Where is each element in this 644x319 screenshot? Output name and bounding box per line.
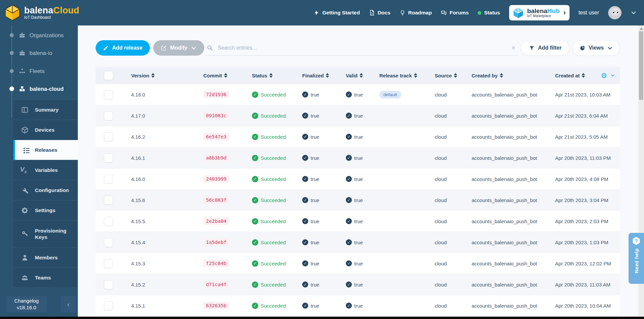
table-settings-gear-icon[interactable]: ⚙ (601, 72, 607, 79)
sidebar-item-devices[interactable]: Devices (13, 120, 78, 140)
commit-hash-link[interactable]: 2e2ba04 (203, 217, 229, 225)
true-check-icon: ✓ (346, 239, 352, 245)
column-header-commit[interactable]: Commit (198, 73, 247, 78)
row-checkbox[interactable] (104, 111, 113, 120)
commit-hash-link[interactable]: 72d1936 (203, 91, 229, 98)
scrollbar-thumb[interactable] (639, 31, 643, 100)
add-filter-button[interactable]: Add filter (521, 40, 570, 56)
commit-hash-link[interactable]: 2403999 (203, 175, 229, 183)
commit-hash-link[interactable]: 632635b (203, 302, 229, 309)
sidebar-item-provisioning-keys[interactable]: Provisioning Keys (13, 220, 78, 248)
release-track-cell: default (374, 91, 429, 99)
status-cell: ✓Succeeded (247, 197, 297, 203)
clear-search-icon[interactable]: × (511, 44, 516, 52)
commit-hash-link[interactable]: a8b3b9d (203, 154, 229, 162)
row-checkbox[interactable] (104, 238, 113, 247)
logo-subtitle: IoT Dashboard (24, 15, 79, 20)
commit-hash-link[interactable]: f25c84b (203, 260, 229, 267)
add-release-button[interactable]: Add release (96, 40, 150, 56)
nav-getting-started[interactable]: Getting Started (314, 10, 360, 16)
created-by-cell: accounts_balenaio_push_bot (466, 155, 545, 161)
row-checkbox[interactable] (104, 259, 113, 268)
need-help-tab[interactable]: ? Need help (629, 233, 644, 284)
table-row[interactable]: 4.16.0 2403999 ✓Succeeded ✓true ✓true cl… (96, 168, 620, 189)
column-header-source[interactable]: Source (429, 73, 466, 78)
sidebar-item-members[interactable]: Members (13, 248, 78, 268)
top-navbar: balenaCloud IoT Dashboard Getting Starte… (0, 0, 644, 25)
true-check-icon: ✓ (302, 218, 308, 224)
created-by-cell: accounts_balenaio_push_bot (466, 134, 545, 140)
people-icon (21, 274, 29, 281)
nav-docs[interactable]: Docs (369, 10, 390, 16)
row-checkbox[interactable] (104, 280, 113, 289)
column-header-created-at[interactable]: Created at (545, 73, 585, 78)
sidebar-item-releases[interactable]: Releases (13, 140, 78, 160)
table-row[interactable]: 4.15.1 632635b ✓Succeeded ✓true ✓true cl… (96, 295, 620, 316)
column-header-version[interactable]: Version (126, 73, 198, 78)
sidebar-item-configuration[interactable]: Configuration (13, 180, 78, 200)
source-cell: cloud (429, 261, 466, 266)
select-all-checkbox[interactable] (104, 71, 113, 80)
commit-hash-link[interactable]: 091083c (203, 112, 229, 119)
source-cell: cloud (429, 134, 466, 140)
row-checkbox[interactable] (104, 90, 113, 99)
table-row[interactable]: 4.15.2 d71ca4f ✓Succeeded ✓true ✓true cl… (96, 274, 620, 295)
sidebar-item-fleets[interactable]: Fleets (0, 65, 78, 77)
table-row[interactable]: 4.15.5 2e2ba04 ✓Succeeded ✓true ✓true cl… (96, 210, 620, 232)
table-row[interactable]: 4.15.6 56c883f ✓Succeeded ✓true ✓true cl… (96, 189, 620, 210)
user-name[interactable]: test user (579, 10, 599, 16)
column-header-valid[interactable]: Valid (340, 73, 374, 78)
commit-hash-link[interactable]: 1a5debf (203, 239, 229, 246)
valid-cell: ✓true (340, 91, 374, 98)
sidebar-item-summary[interactable]: Summary (13, 100, 78, 120)
scroll-up-arrow[interactable] (640, 27, 643, 30)
row-checkbox[interactable] (104, 132, 113, 141)
gear-icon (21, 207, 29, 214)
search-input[interactable] (218, 45, 493, 51)
sidebar-item-settings[interactable]: Settings (13, 200, 78, 220)
sidebar-item-variables[interactable]: Vx Variables (13, 160, 78, 180)
sidebar-item-balena-io[interactable]: balena-io (0, 47, 78, 59)
changelog-button[interactable]: Changelog v18.16.0 (6, 296, 47, 312)
balena-cloud-logo[interactable]: balenaCloud IoT Dashboard (5, 5, 79, 21)
table-row[interactable]: 4.16.1 a8b3b9d ✓Succeeded ✓true ✓true cl… (96, 147, 620, 168)
true-check-icon: ✓ (302, 176, 308, 182)
status-cell: ✓Succeeded (247, 134, 297, 140)
row-checkbox[interactable] (104, 217, 113, 226)
sidebar-item-balena-cloud[interactable]: balena-cloud (0, 83, 78, 94)
table-row[interactable]: 4.18.0 72d1936 ✓Succeeded ✓true ✓true de… (96, 84, 620, 105)
column-header-status[interactable]: Status (247, 73, 297, 78)
row-checkbox[interactable] (104, 175, 113, 184)
sidebar-item-teams[interactable]: Teams (13, 268, 78, 288)
sidebar-item-organizations[interactable]: Organizations (0, 29, 78, 41)
commit-hash-link[interactable]: 56c883f (203, 196, 229, 204)
row-checkbox[interactable] (104, 301, 113, 310)
column-header-release-track[interactable]: Release track (374, 73, 429, 78)
user-avatar[interactable] (608, 6, 622, 19)
commit-hash-link[interactable]: d71ca4f (203, 281, 229, 288)
sidebar-collapse-button[interactable]: ‹ (61, 296, 76, 312)
status-cell: ✓Succeeded (247, 155, 297, 161)
true-check-icon: ✓ (302, 134, 308, 140)
row-checkbox[interactable] (104, 153, 113, 163)
row-checkbox[interactable] (104, 196, 113, 205)
column-header-finalized[interactable]: Finalized (297, 73, 340, 78)
table-row[interactable]: 4.16.2 6e547e3 ✓Succeeded ✓true ✓true cl… (96, 126, 620, 147)
created-at-cell: Apr 21st 2023, 10:03 AM (545, 92, 620, 98)
modify-button[interactable]: Modify (153, 40, 204, 56)
table-row[interactable]: 4.15.4 1a5debf ✓Succeeded ✓true ✓true cl… (96, 232, 620, 253)
views-button[interactable]: Views (573, 40, 620, 56)
nav-status[interactable]: Status (478, 10, 500, 16)
balena-hub-button[interactable]: balenaHub IoT Marketplace › (509, 5, 570, 20)
table-row[interactable]: 4.15.3 f25c84b ✓Succeeded ✓true ✓true cl… (96, 253, 620, 274)
nav-roadmap[interactable]: Roadmap (399, 10, 432, 16)
user-menu-chevron-icon[interactable] (631, 10, 637, 16)
success-check-icon: ✓ (252, 281, 258, 288)
true-check-icon: ✓ (346, 134, 352, 140)
table-collapse-chevron-icon[interactable] (610, 73, 615, 78)
column-header-created-by[interactable]: Created by (466, 73, 545, 78)
nav-forums[interactable]: Forums (441, 10, 469, 16)
commit-hash-link[interactable]: 6e547e3 (203, 133, 229, 140)
lightning-icon (314, 10, 320, 16)
table-row[interactable]: 4.17.0 091083c ✓Succeeded ✓true ✓true cl… (96, 105, 620, 126)
